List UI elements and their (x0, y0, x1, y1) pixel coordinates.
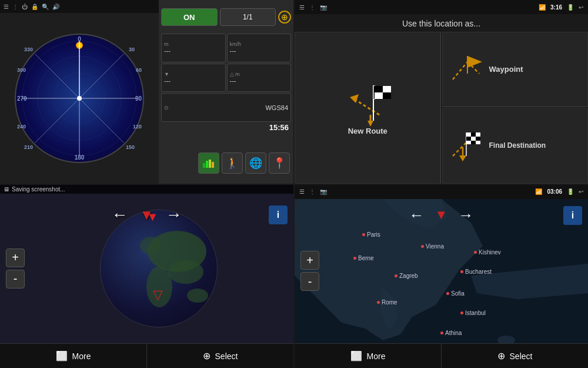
euro-battery-icon: 🔋 (567, 188, 574, 195)
worldmap-quadrant: 🖥 Saving screenshot... ← ▼ (0, 185, 293, 369)
globe (100, 210, 218, 327)
loc-overflow-icon[interactable]: ⋮ (309, 4, 315, 11)
svg-point-51 (140, 237, 161, 254)
euro-menu-icon[interactable]: ☰ (299, 188, 305, 195)
select-icon-right: ⊕ (497, 350, 505, 362)
power-icon[interactable]: ⏻ (22, 4, 28, 10)
city-sofia: Sofia (446, 290, 465, 297)
zoom-out-button[interactable]: - (6, 270, 25, 289)
svg-rect-15 (203, 163, 205, 168)
loc-wifi-icon: 📶 (539, 4, 546, 11)
speed-cell: km/h --- (227, 34, 292, 62)
new-route-label: New Route (348, 127, 387, 135)
svg-line-30 (453, 62, 467, 79)
euro-zoom-out[interactable]: - (300, 272, 319, 291)
menu-icon[interactable]: ☰ (4, 4, 9, 10)
euromap-quadrant: ☰ ⋮ 📷 📶 03:06 🔋 ↩ (295, 185, 588, 369)
more-button-right[interactable]: ⬜ More (295, 343, 441, 368)
waypoint-icon (450, 53, 482, 85)
volume-icon[interactable]: 🔊 (52, 4, 59, 10)
select-button-right[interactable]: ⊕ Select (441, 343, 588, 368)
euro-zoom-in[interactable]: + (300, 251, 319, 270)
svg-rect-45 (476, 141, 480, 144)
select-label: Select (215, 352, 238, 361)
chart-button[interactable] (198, 152, 219, 174)
svg-rect-17 (209, 160, 211, 168)
svg-line-34 (453, 141, 467, 156)
city-berne: Berne (353, 255, 374, 261)
waypoint-button[interactable]: Waypoint (442, 32, 589, 107)
final-destination-button[interactable]: Final Destination (442, 108, 589, 184)
city-zagreb: Zagreb (395, 273, 418, 279)
city-paris: Paris (362, 231, 380, 238)
wgs-cell: ⊙ WGS84 (161, 93, 291, 122)
search-icon[interactable]: 🔍 (42, 4, 49, 10)
red-marker-center: ▽ (153, 287, 163, 303)
euro-nav-right[interactable]: → (458, 206, 473, 224)
zoom-in-button[interactable]: + (6, 248, 25, 267)
city-athina: Athina (440, 330, 462, 336)
more-button-left[interactable]: ⬜ More (0, 343, 146, 368)
select-label-right: Select (510, 352, 533, 361)
svg-rect-39 (476, 132, 480, 137)
lock-icon[interactable]: 🔒 (31, 4, 38, 10)
globe-continents (101, 210, 218, 328)
svg-line-14 (35, 98, 79, 143)
more-label-right: More (367, 352, 386, 361)
location-dialog-quadrant: ☰ ⋮ 📷 📶 3:16 🔋 ↩ Use this location as... (295, 0, 588, 184)
more-label: More (72, 352, 91, 361)
world-map-area[interactable]: ← ▼ → ▼ ▽ i + - (0, 194, 293, 344)
svg-rect-43 (466, 141, 471, 144)
svg-rect-38 (471, 132, 476, 137)
euro-camera-icon[interactable]: 📷 (320, 188, 327, 195)
select-button-left[interactable]: ⊕ Select (146, 343, 293, 368)
city-istanbul: Istanbul (460, 310, 486, 316)
svg-line-12 (79, 54, 124, 98)
svg-rect-44 (471, 141, 476, 144)
svg-rect-40 (466, 137, 471, 141)
bottom-toolbar-right: ⬜ More ⊕ Select (295, 343, 588, 368)
overflow-icon[interactable]: ⋮ (12, 4, 18, 10)
svg-rect-25 (383, 86, 391, 92)
svg-rect-27 (383, 92, 391, 99)
svg-rect-18 (212, 162, 214, 168)
svg-marker-20 (350, 94, 359, 103)
final-dest-icon (450, 130, 482, 162)
euro-status-bar: ☰ ⋮ 📷 📶 03:06 🔋 ↩ (295, 185, 588, 199)
euro-time: 03:06 (547, 188, 562, 195)
svg-rect-37 (466, 132, 471, 137)
on-button[interactable]: ON (161, 8, 218, 26)
euro-nav-up[interactable]: ▼ (435, 207, 448, 223)
nav-right-arrow[interactable]: → (165, 205, 182, 224)
europe-map-area[interactable]: Paris Berne Zagreb Vienna Kishinev Bucha… (295, 199, 588, 344)
nav-left-arrow[interactable]: ← (112, 205, 128, 224)
new-route-button[interactable]: New Route (295, 32, 441, 184)
euro-nav-left[interactable]: ← (409, 206, 425, 224)
compass-quadrant: ☰ ⋮ ⏻ 🔒 🔍 🔊 0 90 180 270 (0, 0, 293, 184)
loc-time: 3:16 (550, 4, 562, 11)
euro-nav-arrows: ← ▼ → (409, 206, 474, 224)
pin-button[interactable]: 📍 (269, 152, 290, 174)
final-dest-labels: Final Destination (489, 141, 546, 151)
euro-zoom-controls: + - (300, 251, 319, 291)
red-marker-top: ▼ (147, 210, 159, 224)
svg-point-49 (168, 260, 203, 284)
city-bucharest: Bucharest (460, 268, 492, 275)
location-options: New Route Waypoint (295, 32, 588, 184)
pedestrian-button[interactable]: 🚶 (222, 152, 243, 174)
svg-rect-24 (375, 86, 383, 92)
compass-orient-button[interactable]: ⊕ (278, 11, 291, 24)
euro-info-button[interactable]: i (563, 206, 582, 225)
euro-overflow-icon[interactable]: ⋮ (309, 188, 315, 195)
loc-back-icon[interactable]: ↩ (579, 4, 583, 11)
loc-camera-icon[interactable]: 📷 (320, 4, 327, 11)
more-icon: ⬜ (56, 350, 68, 362)
info-button[interactable]: i (269, 205, 288, 224)
svg-rect-41 (471, 137, 476, 141)
globe-button[interactable]: 🌐 (245, 152, 266, 174)
euro-nav-center: ▼ (435, 207, 448, 223)
bottom-toolbar-left: ⬜ More ⊕ Select (0, 343, 293, 368)
euro-back-icon[interactable]: ↩ (579, 188, 583, 195)
svg-marker-33 (467, 56, 482, 68)
loc-menu-icon[interactable]: ☰ (299, 4, 305, 11)
